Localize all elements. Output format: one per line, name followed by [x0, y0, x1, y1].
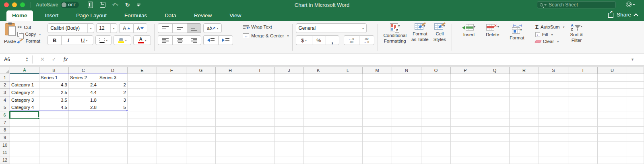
- cell-M11[interactable]: [363, 149, 392, 157]
- row-header-3[interactable]: 3: [0, 89, 10, 96]
- cell-O2[interactable]: [421, 82, 451, 89]
- column-header-E[interactable]: E: [128, 67, 157, 74]
- cell-Q10[interactable]: [480, 141, 510, 149]
- tab-review[interactable]: Review: [188, 10, 217, 21]
- cell-I1[interactable]: [245, 74, 275, 82]
- cell-S6[interactable]: [539, 111, 568, 119]
- column-header-C[interactable]: C: [69, 67, 98, 74]
- cell-R8[interactable]: [510, 127, 539, 134]
- cell-I2[interactable]: [245, 82, 275, 89]
- cell-M2[interactable]: [363, 82, 392, 89]
- cell-P8[interactable]: [451, 127, 480, 134]
- cell-K9[interactable]: [304, 134, 333, 141]
- cell-H8[interactable]: [216, 127, 245, 134]
- cell-Q11[interactable]: [480, 149, 510, 157]
- format-as-table-button[interactable]: ▾ Formatas Table: [409, 23, 431, 43]
- redo-button[interactable]: ↻: [125, 2, 130, 8]
- cell-D11[interactable]: [98, 149, 128, 157]
- cell-P4[interactable]: [451, 96, 480, 104]
- cell-G11[interactable]: [186, 149, 216, 157]
- cell-H11[interactable]: [216, 149, 245, 157]
- cell-C5[interactable]: 2.8: [69, 104, 98, 112]
- cell-K8[interactable]: [304, 127, 333, 134]
- cell-G9[interactable]: [186, 134, 216, 141]
- merge-center-button[interactable]: ↔ Merge & Center ▾: [243, 33, 289, 38]
- cell-L3[interactable]: [333, 89, 363, 96]
- cell-F2[interactable]: [157, 82, 186, 89]
- cell-A3[interactable]: Category 2: [10, 89, 39, 96]
- cell-O10[interactable]: [421, 141, 451, 149]
- cell-K4[interactable]: [304, 96, 333, 104]
- cell-G10[interactable]: [186, 141, 216, 149]
- cell-C9[interactable]: [69, 134, 98, 141]
- cell-N12[interactable]: [392, 156, 421, 164]
- cell-P9[interactable]: [451, 134, 480, 141]
- search-box[interactable]: [537, 1, 616, 8]
- cell-T8[interactable]: [568, 127, 598, 134]
- cell-I8[interactable]: [245, 127, 275, 134]
- cell-A6[interactable]: [10, 111, 39, 119]
- cell-B8[interactable]: [39, 127, 69, 134]
- cell-N11[interactable]: [392, 149, 421, 157]
- column-header-L[interactable]: L: [333, 67, 363, 74]
- cell-O12[interactable]: [421, 156, 451, 164]
- cell-D3[interactable]: 2: [98, 89, 128, 96]
- cell-F11[interactable]: [157, 149, 186, 157]
- cell-N1[interactable]: [392, 74, 421, 82]
- cell-M1[interactable]: [363, 74, 392, 82]
- zoom-window-button[interactable]: [20, 2, 25, 7]
- cell-P5[interactable]: [451, 104, 480, 112]
- cell-P7[interactable]: [451, 119, 480, 127]
- cell-Q3[interactable]: [480, 89, 510, 96]
- cell-B4[interactable]: 3.5: [39, 96, 69, 104]
- chart-data-range-handle[interactable]: [126, 110, 128, 112]
- cell-G4[interactable]: [186, 96, 216, 104]
- cell-E12[interactable]: [128, 156, 157, 164]
- cell-S8[interactable]: [539, 127, 568, 134]
- number-format-select[interactable]: General ▼: [296, 23, 367, 33]
- cell-U1[interactable]: [598, 74, 627, 82]
- cell-T7[interactable]: [568, 119, 598, 127]
- new-workbook-icon[interactable]: [88, 2, 93, 8]
- cell-F12[interactable]: [157, 156, 186, 164]
- cell-L11[interactable]: [333, 149, 363, 157]
- insert-function-icon[interactable]: fx: [64, 56, 68, 63]
- cell-S3[interactable]: [539, 89, 568, 96]
- cell-C8[interactable]: [69, 127, 98, 134]
- align-center-button[interactable]: [172, 35, 187, 45]
- cell-L9[interactable]: [333, 134, 363, 141]
- align-bottom-button[interactable]: [187, 23, 201, 33]
- column-header-T[interactable]: T: [568, 67, 598, 74]
- comma-format-button[interactable]: ,: [326, 35, 339, 45]
- cell-T5[interactable]: [568, 104, 598, 112]
- cell-H3[interactable]: [216, 89, 245, 96]
- cell-D5[interactable]: 5: [98, 104, 128, 112]
- column-header-R[interactable]: R: [510, 67, 539, 74]
- cell-F4[interactable]: [157, 96, 186, 104]
- font-family-select[interactable]: Calibri (Body) ▼: [47, 23, 94, 33]
- column-header-Q[interactable]: Q: [480, 67, 510, 74]
- cell-E11[interactable]: [128, 149, 157, 157]
- cell-T3[interactable]: [568, 89, 598, 96]
- cell-L10[interactable]: [333, 141, 363, 149]
- cell-T4[interactable]: [568, 96, 598, 104]
- undo-button[interactable]: ↶▾: [112, 2, 118, 8]
- decrease-decimal-button[interactable]: .00 →.0: [359, 35, 374, 45]
- cell-E2[interactable]: [128, 82, 157, 89]
- cell-E9[interactable]: [128, 134, 157, 141]
- cell-U12[interactable]: [598, 156, 627, 164]
- cell-A5[interactable]: Category 4: [10, 104, 39, 112]
- orientation-button[interactable]: ab↗ ▾: [203, 23, 222, 33]
- cell-M7[interactable]: [363, 119, 392, 127]
- cell-K2[interactable]: [304, 82, 333, 89]
- conditional-formatting-button[interactable]: ≠ ▾ ConditionalFormatting: [381, 23, 409, 44]
- cell-M4[interactable]: [363, 96, 392, 104]
- cell-C2[interactable]: 2.4: [69, 82, 98, 89]
- cell-U5[interactable]: [598, 104, 627, 112]
- cell-L6[interactable]: [333, 111, 363, 119]
- currency-format-button[interactable]: $ ▾: [296, 35, 312, 45]
- cell-H6[interactable]: [216, 111, 245, 119]
- cell-D6[interactable]: [98, 111, 128, 119]
- cell-P6[interactable]: [451, 111, 480, 119]
- row-header-10[interactable]: 10: [0, 141, 10, 149]
